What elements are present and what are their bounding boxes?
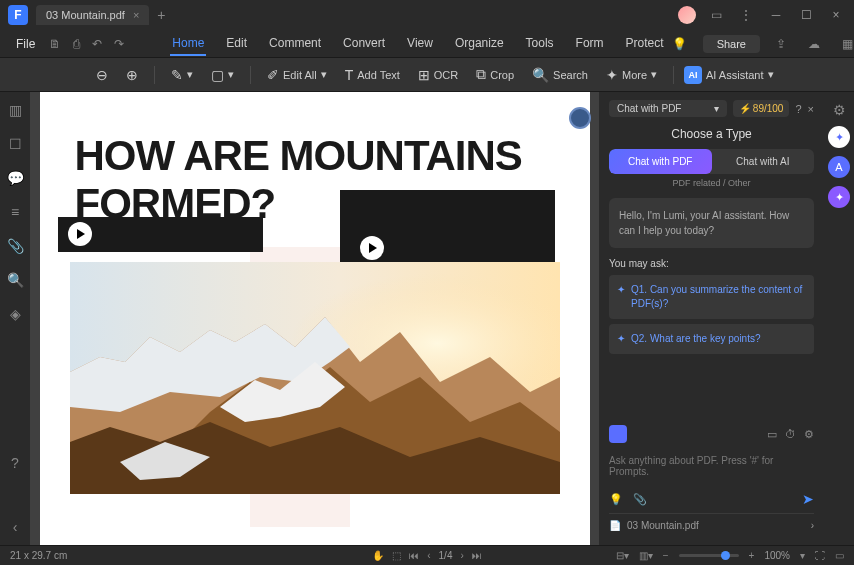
- user-avatar[interactable]: [678, 6, 696, 24]
- lightbulb-icon[interactable]: 💡: [609, 493, 623, 506]
- share-button[interactable]: Share: [703, 35, 760, 53]
- page-dimensions: 21 x 29.7 cm: [10, 550, 67, 561]
- play-icon-1[interactable]: [68, 222, 92, 246]
- stack-icon[interactable]: ◈: [10, 306, 21, 322]
- menu-organize[interactable]: Organize: [453, 32, 506, 56]
- tab-chat-ai[interactable]: Chat with AI: [712, 149, 815, 174]
- notes-icon[interactable]: ▭: [706, 5, 726, 25]
- add-tab-icon[interactable]: +: [157, 7, 165, 23]
- fit-width-icon[interactable]: ⊟▾: [616, 550, 629, 561]
- hand-tool-icon[interactable]: ✋: [372, 550, 384, 561]
- next-page-icon[interactable]: ›: [460, 550, 463, 561]
- zoom-thumb[interactable]: [721, 551, 730, 560]
- shape-icon[interactable]: ▢▾: [205, 64, 240, 86]
- suggestion-q2[interactable]: ✦Q2. What are the key points?: [609, 324, 814, 354]
- ai-greeting: Hello, I'm Lumi, your AI assistant. How …: [609, 198, 814, 248]
- prev-page-icon[interactable]: ‹: [427, 550, 430, 561]
- ai-badge-icon: AI: [684, 66, 702, 84]
- zoom-in-status-icon[interactable]: +: [749, 550, 755, 561]
- attachments-icon[interactable]: 📎: [7, 238, 24, 254]
- chat-input[interactable]: Ask anything about PDF. Press '#' for Pr…: [609, 449, 814, 483]
- zoom-slider[interactable]: [679, 554, 739, 557]
- zoom-out-icon[interactable]: ⊖: [90, 64, 114, 86]
- lumi-icon: [609, 425, 627, 443]
- more-tool[interactable]: ✦More▾: [600, 64, 663, 86]
- read-mode-icon[interactable]: ▭: [835, 550, 844, 561]
- history-icon[interactable]: ⏱: [785, 428, 796, 440]
- ai-mode-select[interactable]: Chat with PDF▾: [609, 100, 727, 117]
- redo-icon[interactable]: ↷: [108, 37, 130, 51]
- fullscreen-icon[interactable]: ⛶: [815, 550, 825, 561]
- file-reference[interactable]: 📄 03 Mountain.pdf ›: [609, 513, 814, 537]
- first-page-icon[interactable]: ⏮: [409, 550, 419, 561]
- bookmarks-icon[interactable]: ☐: [9, 136, 22, 152]
- menu-tools[interactable]: Tools: [524, 32, 556, 56]
- page-indicator[interactable]: 1/4: [439, 550, 453, 561]
- last-page-icon[interactable]: ⏭: [472, 550, 482, 561]
- grid-icon[interactable]: ▦: [836, 37, 854, 51]
- document-canvas[interactable]: HOW ARE MOUNTAINS FORMED?: [30, 92, 599, 545]
- menu-home[interactable]: Home: [170, 32, 206, 56]
- menu-comment[interactable]: Comment: [267, 32, 323, 56]
- chevron-right-icon: ›: [811, 520, 814, 531]
- suggestion-q1[interactable]: ✦Q1. Can you summarize the content of PD…: [609, 275, 814, 319]
- credits-badge[interactable]: ⚡89/100: [733, 100, 790, 117]
- settings-icon[interactable]: ⚙: [804, 428, 814, 441]
- ai-tool-2-icon[interactable]: A: [828, 156, 850, 178]
- collapse-left-icon[interactable]: ‹: [13, 519, 18, 535]
- file-menu[interactable]: File: [8, 37, 43, 51]
- menu-protect[interactable]: Protect: [624, 32, 666, 56]
- menu-view[interactable]: View: [405, 32, 435, 56]
- close-tab-icon[interactable]: ×: [133, 9, 139, 21]
- edit-all-tool[interactable]: ✐Edit All▾: [261, 64, 333, 86]
- floating-ai-icon[interactable]: [569, 107, 591, 129]
- save-icon[interactable]: 🗎: [43, 37, 67, 51]
- toolbar: ⊖ ⊕ ✎▾ ▢▾ ✐Edit All▾ TAdd Text ⊞OCR ⧉Cro…: [0, 58, 854, 92]
- comments-icon[interactable]: 💬: [7, 170, 24, 186]
- crop-tool[interactable]: ⧉Crop: [470, 63, 520, 86]
- sparkle-icon: ✦: [617, 283, 625, 311]
- thumbnails-icon[interactable]: ▥: [9, 102, 22, 118]
- sparkle-icon: ✦: [617, 332, 625, 346]
- kebab-icon[interactable]: ⋮: [736, 5, 756, 25]
- ai-assistant-button[interactable]: AI AI Assistant▾: [684, 66, 773, 84]
- maximize-icon[interactable]: ☐: [796, 5, 816, 25]
- layers-icon[interactable]: ≡: [11, 204, 19, 220]
- minimize-icon[interactable]: ─: [766, 5, 786, 25]
- image-icon[interactable]: ▭: [767, 428, 777, 441]
- menu-form[interactable]: Form: [574, 32, 606, 56]
- help-icon[interactable]: ?: [11, 455, 19, 471]
- menu-convert[interactable]: Convert: [341, 32, 387, 56]
- ai-tool-1-icon[interactable]: ✦: [828, 126, 850, 148]
- zoom-in-icon[interactable]: ⊕: [120, 64, 144, 86]
- ocr-tool[interactable]: ⊞OCR: [412, 64, 464, 86]
- document-tab[interactable]: 03 Mountain.pdf ×: [36, 5, 149, 25]
- menu-edit[interactable]: Edit: [224, 32, 249, 56]
- help-circle-icon[interactable]: ?: [795, 103, 801, 115]
- zoom-out-status-icon[interactable]: −: [663, 550, 669, 561]
- attach-icon[interactable]: 📎: [633, 493, 647, 506]
- separator: [673, 66, 674, 84]
- search-tool[interactable]: 🔍Search: [526, 64, 594, 86]
- separator: [154, 66, 155, 84]
- tab-chat-pdf[interactable]: Chat with PDF: [609, 149, 712, 174]
- statusbar: 21 x 29.7 cm ✋ ⬚ ⏮ ‹ 1/4 › ⏭ ⊟▾ ▥▾ − + 1…: [0, 545, 854, 565]
- cloud-icon[interactable]: ☁: [802, 37, 826, 51]
- send-icon[interactable]: ➤: [802, 491, 814, 507]
- add-text-tool[interactable]: TAdd Text: [339, 64, 406, 86]
- undo-icon[interactable]: ↶: [86, 37, 108, 51]
- close-panel-icon[interactable]: ×: [808, 103, 814, 115]
- ai-tool-3-icon[interactable]: ✦: [828, 186, 850, 208]
- print-icon[interactable]: ⎙: [67, 37, 86, 51]
- close-window-icon[interactable]: ×: [826, 5, 846, 25]
- select-tool-icon[interactable]: ⬚: [392, 550, 401, 561]
- view-mode-icon[interactable]: ▥▾: [639, 550, 653, 561]
- bulb-icon[interactable]: 💡: [666, 37, 693, 51]
- share-link-icon[interactable]: ⇪: [770, 37, 792, 51]
- pdf-icon: 📄: [609, 520, 621, 531]
- sliders-icon[interactable]: ⚙: [833, 102, 846, 118]
- play-icon-2[interactable]: [360, 236, 384, 260]
- search-rail-icon[interactable]: 🔍: [7, 272, 24, 288]
- zoom-level[interactable]: 100%: [764, 550, 790, 561]
- highlighter-icon[interactable]: ✎▾: [165, 64, 199, 86]
